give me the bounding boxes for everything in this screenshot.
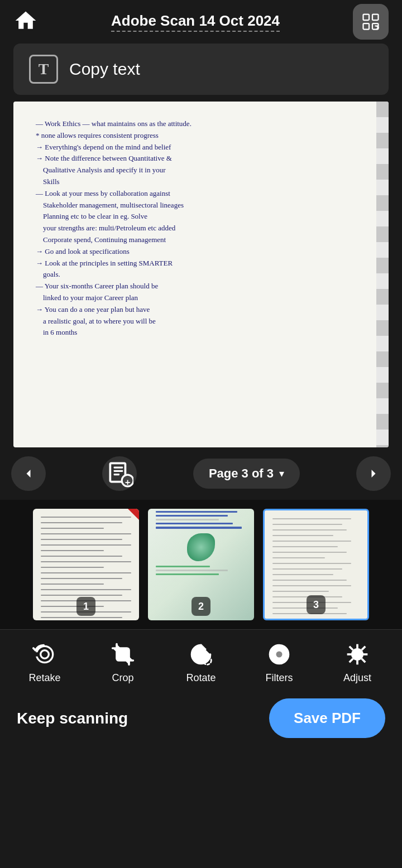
svg-text:+: + [125,477,131,488]
retake-tool[interactable]: Retake [22,641,67,684]
next-page-button[interactable] [356,456,391,491]
rotate-icon [188,641,214,668]
retake-label: Retake [28,672,60,684]
adjust-icon [344,641,371,668]
thumbnail-strip: 1 2 [0,500,402,629]
thumb-number-2: 2 [192,597,210,616]
chevron-down-icon: ▾ [279,467,284,480]
top-bar: Adobe Scan 14 Oct 2024 [0,0,402,44]
svg-point-11 [41,650,49,659]
svg-rect-2 [363,23,370,30]
corner-flag [128,509,139,520]
thumbnail-2[interactable]: 2 [148,509,254,620]
page-indicator-text: Page 3 of 3 [209,466,274,481]
thumb-number-1: 1 [76,597,95,616]
svg-point-20 [352,649,362,659]
page-edge [376,102,389,447]
scan-document: — Work Ethics — what maintains ons as th… [13,102,389,447]
prev-page-button[interactable] [11,456,46,491]
thumb2-blob [187,533,215,561]
rotate-label: Rotate [186,672,216,684]
svg-rect-7 [114,474,119,475]
thumbnail-1[interactable]: 1 [33,509,139,620]
bottom-toolbar: Retake Crop Rotate [0,629,402,689]
svg-rect-1 [372,15,379,21]
copy-text-menu[interactable]: T Copy text [13,44,389,95]
thumbnail-3[interactable]: 3 [263,509,369,620]
copy-text-icon: T [29,55,58,84]
adjust-label: Adjust [343,672,371,684]
document-content: — Work Ethics — what maintains ons as th… [36,118,366,339]
svg-line-28 [350,659,353,662]
svg-rect-0 [363,15,370,21]
crop-tool[interactable]: Crop [100,641,145,684]
svg-line-27 [362,647,365,650]
rotate-tool[interactable]: Rotate [179,641,223,684]
adjust-tool[interactable]: Adjust [335,641,380,684]
bottom-action-bar: Keep scanning Save PDF [0,689,402,755]
document-title: Adobe Scan 14 Oct 2024 [111,12,280,32]
svg-rect-5 [114,467,123,469]
filters-icon [266,641,293,668]
filters-label: Filters [266,672,293,684]
navigation-bar: + Page 3 of 3 ▾ [0,447,402,500]
svg-line-26 [362,659,365,662]
page-indicator[interactable]: Page 3 of 3 ▾ [193,459,300,489]
add-page-button[interactable]: + [102,456,137,491]
crop-icon [109,641,136,668]
thumb2-content [156,511,246,575]
svg-rect-6 [114,470,123,472]
keep-scanning-label: Keep scanning [17,710,128,727]
svg-rect-12 [35,652,39,656]
thumb-number-3: 3 [307,595,326,614]
svg-point-10 [36,646,52,662]
copy-text-label: Copy text [69,60,140,79]
scan-action-button[interactable] [353,4,389,40]
scan-area: — Work Ethics — what maintains ons as th… [13,102,389,447]
retake-icon [31,641,58,668]
crop-label: Crop [112,672,133,684]
filters-tool[interactable]: Filters [257,641,302,684]
save-pdf-button[interactable]: Save PDF [269,698,385,738]
svg-point-15 [275,650,284,659]
home-button[interactable] [13,8,38,35]
svg-line-25 [350,647,353,650]
